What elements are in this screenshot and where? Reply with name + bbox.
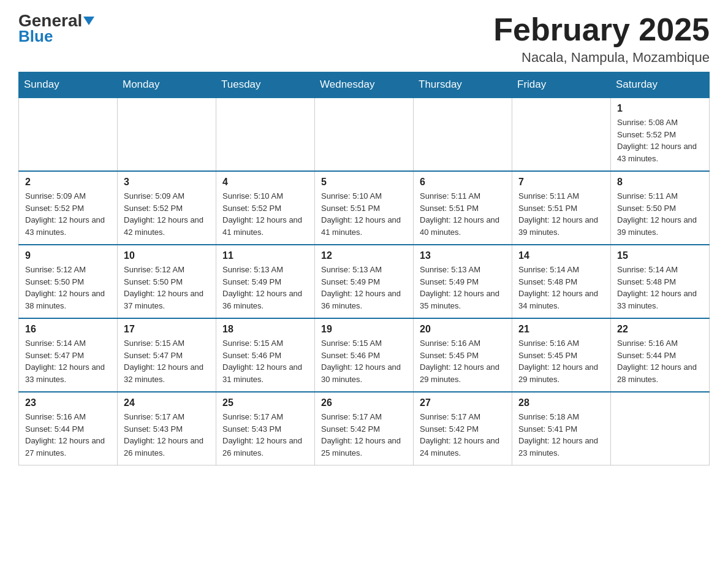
calendar-day-cell: 21Sunrise: 5:16 AM Sunset: 5:45 PM Dayli…: [512, 318, 611, 392]
calendar-header-saturday: Saturday: [611, 72, 710, 98]
day-number: 28: [518, 397, 604, 408]
day-info: Sunrise: 5:17 AM Sunset: 5:42 PM Dayligh…: [420, 411, 506, 459]
calendar-week-row: 9Sunrise: 5:12 AM Sunset: 5:50 PM Daylig…: [19, 245, 710, 318]
calendar-day-cell: 1Sunrise: 5:08 AM Sunset: 5:52 PM Daylig…: [611, 98, 710, 171]
day-info: Sunrise: 5:15 AM Sunset: 5:47 PM Dayligh…: [124, 337, 210, 385]
calendar-day-cell: 3Sunrise: 5:09 AM Sunset: 5:52 PM Daylig…: [118, 171, 216, 245]
day-number: 23: [25, 397, 111, 408]
calendar-day-cell: 27Sunrise: 5:17 AM Sunset: 5:42 PM Dayli…: [414, 392, 512, 465]
day-info: Sunrise: 5:16 AM Sunset: 5:45 PM Dayligh…: [420, 337, 506, 385]
day-info: Sunrise: 5:11 AM Sunset: 5:51 PM Dayligh…: [420, 190, 506, 238]
calendar-day-cell: 17Sunrise: 5:15 AM Sunset: 5:47 PM Dayli…: [118, 318, 216, 392]
day-info: Sunrise: 5:10 AM Sunset: 5:51 PM Dayligh…: [321, 190, 407, 238]
day-number: 5: [321, 177, 407, 188]
calendar-day-cell: 23Sunrise: 5:16 AM Sunset: 5:44 PM Dayli…: [19, 392, 118, 465]
month-title: February 2025: [493, 12, 710, 47]
day-info: Sunrise: 5:11 AM Sunset: 5:51 PM Dayligh…: [518, 190, 604, 238]
calendar-day-cell: 6Sunrise: 5:11 AM Sunset: 5:51 PM Daylig…: [414, 171, 512, 245]
day-number: 13: [420, 250, 506, 261]
day-info: Sunrise: 5:18 AM Sunset: 5:41 PM Dayligh…: [518, 411, 604, 459]
calendar-day-cell: 18Sunrise: 5:15 AM Sunset: 5:46 PM Dayli…: [216, 318, 315, 392]
day-number: 27: [420, 397, 506, 408]
calendar-header-wednesday: Wednesday: [315, 72, 414, 98]
day-info: Sunrise: 5:12 AM Sunset: 5:50 PM Dayligh…: [25, 264, 111, 312]
calendar-day-cell: 22Sunrise: 5:16 AM Sunset: 5:44 PM Dayli…: [611, 318, 710, 392]
day-info: Sunrise: 5:09 AM Sunset: 5:52 PM Dayligh…: [124, 190, 210, 238]
calendar-day-cell: 13Sunrise: 5:13 AM Sunset: 5:49 PM Dayli…: [414, 245, 512, 318]
location: Nacala, Nampula, Mozambique: [493, 50, 710, 66]
day-number: 21: [518, 324, 604, 335]
calendar-day-cell: 19Sunrise: 5:15 AM Sunset: 5:46 PM Dayli…: [315, 318, 414, 392]
calendar-day-cell: 2Sunrise: 5:09 AM Sunset: 5:52 PM Daylig…: [19, 171, 118, 245]
day-info: Sunrise: 5:16 AM Sunset: 5:45 PM Dayligh…: [518, 337, 604, 385]
day-info: Sunrise: 5:17 AM Sunset: 5:43 PM Dayligh…: [222, 411, 308, 459]
day-info: Sunrise: 5:15 AM Sunset: 5:46 PM Dayligh…: [321, 337, 407, 385]
calendar-day-cell: 14Sunrise: 5:14 AM Sunset: 5:48 PM Dayli…: [512, 245, 611, 318]
day-number: 8: [617, 177, 703, 188]
calendar-day-cell: 4Sunrise: 5:10 AM Sunset: 5:52 PM Daylig…: [216, 171, 315, 245]
day-info: Sunrise: 5:13 AM Sunset: 5:49 PM Dayligh…: [420, 264, 506, 312]
day-number: 1: [617, 103, 703, 114]
calendar-day-cell: 11Sunrise: 5:13 AM Sunset: 5:49 PM Dayli…: [216, 245, 315, 318]
calendar-header-monday: Monday: [118, 72, 216, 98]
calendar-day-cell: 26Sunrise: 5:17 AM Sunset: 5:42 PM Dayli…: [315, 392, 414, 465]
calendar-day-cell: 8Sunrise: 5:11 AM Sunset: 5:50 PM Daylig…: [611, 171, 710, 245]
day-number: 25: [222, 397, 308, 408]
day-number: 11: [222, 250, 308, 261]
calendar-day-cell: 20Sunrise: 5:16 AM Sunset: 5:45 PM Dayli…: [414, 318, 512, 392]
calendar-day-cell: [118, 98, 216, 171]
title-block: February 2025 Nacala, Nampula, Mozambiqu…: [493, 12, 710, 66]
day-info: Sunrise: 5:08 AM Sunset: 5:52 PM Dayligh…: [617, 117, 703, 164]
day-number: 20: [420, 324, 506, 335]
day-number: 26: [321, 397, 407, 408]
logo: General Blue: [18, 12, 94, 46]
calendar-day-cell: 5Sunrise: 5:10 AM Sunset: 5:51 PM Daylig…: [315, 171, 414, 245]
calendar-day-cell: [315, 98, 414, 171]
day-number: 24: [124, 397, 210, 408]
calendar-day-cell: 12Sunrise: 5:13 AM Sunset: 5:49 PM Dayli…: [315, 245, 414, 318]
calendar-week-row: 1Sunrise: 5:08 AM Sunset: 5:52 PM Daylig…: [19, 98, 710, 171]
day-number: 4: [222, 177, 308, 188]
calendar-header-row: SundayMondayTuesdayWednesdayThursdayFrid…: [19, 72, 710, 98]
day-info: Sunrise: 5:16 AM Sunset: 5:44 PM Dayligh…: [25, 411, 111, 459]
day-info: Sunrise: 5:12 AM Sunset: 5:50 PM Dayligh…: [124, 264, 210, 312]
calendar-day-cell: [611, 392, 710, 465]
calendar-header-sunday: Sunday: [19, 72, 118, 98]
page-header: General Blue February 2025 Nacala, Nampu…: [18, 12, 710, 66]
calendar-day-cell: 28Sunrise: 5:18 AM Sunset: 5:41 PM Dayli…: [512, 392, 611, 465]
calendar-header-friday: Friday: [512, 72, 611, 98]
day-number: 15: [617, 250, 703, 261]
day-number: 6: [420, 177, 506, 188]
day-number: 9: [25, 250, 111, 261]
day-info: Sunrise: 5:13 AM Sunset: 5:49 PM Dayligh…: [222, 264, 308, 312]
calendar-week-row: 2Sunrise: 5:09 AM Sunset: 5:52 PM Daylig…: [19, 171, 710, 245]
day-number: 7: [518, 177, 604, 188]
logo-blue: Blue: [18, 27, 53, 46]
calendar-week-row: 23Sunrise: 5:16 AM Sunset: 5:44 PM Dayli…: [19, 392, 710, 465]
day-info: Sunrise: 5:10 AM Sunset: 5:52 PM Dayligh…: [222, 190, 308, 238]
calendar-day-cell: 7Sunrise: 5:11 AM Sunset: 5:51 PM Daylig…: [512, 171, 611, 245]
day-info: Sunrise: 5:14 AM Sunset: 5:48 PM Dayligh…: [617, 264, 703, 312]
calendar-day-cell: [414, 98, 512, 171]
calendar-header-thursday: Thursday: [414, 72, 512, 98]
calendar-week-row: 16Sunrise: 5:14 AM Sunset: 5:47 PM Dayli…: [19, 318, 710, 392]
day-info: Sunrise: 5:16 AM Sunset: 5:44 PM Dayligh…: [617, 337, 703, 385]
logo-triangle-icon: [83, 17, 94, 25]
day-info: Sunrise: 5:14 AM Sunset: 5:47 PM Dayligh…: [25, 337, 111, 385]
calendar-day-cell: 15Sunrise: 5:14 AM Sunset: 5:48 PM Dayli…: [611, 245, 710, 318]
day-number: 12: [321, 250, 407, 261]
calendar-day-cell: [512, 98, 611, 171]
day-info: Sunrise: 5:13 AM Sunset: 5:49 PM Dayligh…: [321, 264, 407, 312]
calendar-day-cell: 10Sunrise: 5:12 AM Sunset: 5:50 PM Dayli…: [118, 245, 216, 318]
day-info: Sunrise: 5:11 AM Sunset: 5:50 PM Dayligh…: [617, 190, 703, 238]
calendar-header-tuesday: Tuesday: [216, 72, 315, 98]
day-number: 14: [518, 250, 604, 261]
calendar-day-cell: [216, 98, 315, 171]
day-info: Sunrise: 5:17 AM Sunset: 5:43 PM Dayligh…: [124, 411, 210, 459]
day-number: 17: [124, 324, 210, 335]
day-number: 16: [25, 324, 111, 335]
day-number: 18: [222, 324, 308, 335]
day-number: 3: [124, 177, 210, 188]
day-info: Sunrise: 5:17 AM Sunset: 5:42 PM Dayligh…: [321, 411, 407, 459]
day-info: Sunrise: 5:15 AM Sunset: 5:46 PM Dayligh…: [222, 337, 308, 385]
